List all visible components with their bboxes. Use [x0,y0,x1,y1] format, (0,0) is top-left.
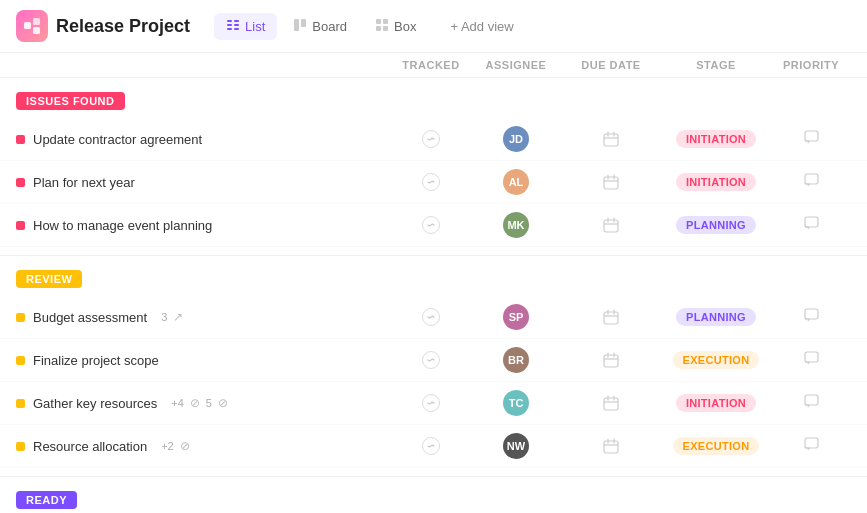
tracked-cell[interactable] [391,308,471,326]
priority-cell[interactable] [771,308,851,326]
svg-rect-45 [604,441,618,453]
stage-cell[interactable]: INITIATION [661,130,771,148]
assignee-cell[interactable]: BR [471,347,561,373]
svg-rect-12 [383,19,388,24]
due-date-cell[interactable] [561,436,661,456]
tab-box[interactable]: Box [363,13,428,40]
svg-rect-6 [234,20,239,22]
tracked-cell[interactable] [391,216,471,234]
svg-rect-15 [604,134,618,146]
task-name-cell: Resource allocation+2⊘ [16,439,391,454]
task-meta: +2⊘ [161,439,190,453]
col-duedate: DUE DATE [561,59,661,71]
tracked-cell[interactable] [391,437,471,455]
stage-badge: PLANNING [676,216,756,234]
svg-rect-10 [301,19,306,27]
group-badge-review[interactable]: REVIEW [16,270,82,288]
table-row[interactable]: Budget assessment3↗SPPLANNING [0,296,867,339]
table-row[interactable]: How to manage event planningMKPLANNING [0,204,867,247]
table-row[interactable]: Resource allocation+2⊘NWEXECUTION [0,425,867,468]
task-name-text: Update contractor agreement [33,132,202,147]
svg-rect-20 [604,177,618,189]
svg-rect-40 [604,398,618,410]
tracked-cell[interactable] [391,394,471,412]
due-date-cell[interactable] [561,129,661,149]
svg-rect-24 [805,174,818,184]
tab-board[interactable]: Board [281,13,359,40]
tracked-icon [422,173,440,191]
priority-cell[interactable] [771,394,851,412]
svg-rect-19 [805,131,818,141]
group-review: REVIEWBudget assessment3↗SPPLANNINGFinal… [0,256,867,477]
svg-rect-29 [805,217,818,227]
svg-rect-5 [227,28,232,30]
col-assignee: ASSIGNEE [471,59,561,71]
stage-badge: EXECUTION [673,351,760,369]
calendar-icon [601,172,621,192]
stage-cell[interactable]: PLANNING [661,308,771,326]
col-tracked: TRACKED [391,59,471,71]
stage-badge: EXECUTION [673,437,760,455]
tab-list[interactable]: List [214,13,277,40]
table-row[interactable]: Plan for next yearALINITIATION [0,161,867,204]
meta-icon: ⊘ [180,439,190,453]
table-row[interactable]: Gather key resources+4⊘5⊘TCINITIATION [0,382,867,425]
svg-rect-34 [805,309,818,319]
table-row[interactable]: Update contractor agreementJDINITIATION [0,118,867,161]
due-date-cell[interactable] [561,307,661,327]
stage-cell[interactable]: PLANNING [661,216,771,234]
tracked-cell[interactable] [391,351,471,369]
due-date-cell[interactable] [561,215,661,235]
assignee-cell[interactable]: NW [471,433,561,459]
task-name-cell: Update contractor agreement [16,132,391,147]
comment-icon [804,216,819,234]
stage-cell[interactable]: INITIATION [661,394,771,412]
group-badge-ready[interactable]: READY [16,491,77,509]
comment-icon [804,173,819,191]
meta-count: +4 [171,397,184,409]
due-date-cell[interactable] [561,393,661,413]
assignee-cell[interactable]: JD [471,126,561,152]
table-row[interactable]: Finalize project scopeBREXECUTION [0,339,867,382]
group-issues: ISSUES FOUNDUpdate contractor agreementJ… [0,78,867,256]
nav-tabs: List Board Box [214,13,428,40]
priority-cell[interactable] [771,351,851,369]
task-dot [16,442,25,451]
assignee-cell[interactable]: AL [471,169,561,195]
priority-cell[interactable] [771,173,851,191]
add-view-label: + Add view [450,19,513,34]
priority-cell[interactable] [771,437,851,455]
stage-cell[interactable]: EXECUTION [661,437,771,455]
meta-count: 5 [206,397,212,409]
add-view-button[interactable]: + Add view [440,14,523,39]
task-dot [16,399,25,408]
priority-cell[interactable] [771,130,851,148]
svg-rect-39 [805,352,818,362]
due-date-cell[interactable] [561,350,661,370]
task-name-text: Resource allocation [33,439,147,454]
svg-rect-1 [33,18,40,25]
comment-icon [804,308,819,326]
app-icon [16,10,48,42]
stage-badge: INITIATION [676,130,756,148]
due-date-cell[interactable] [561,172,661,192]
col-stage: STAGE [661,59,771,71]
task-dot [16,221,25,230]
stage-cell[interactable]: INITIATION [661,173,771,191]
group-badge-issues[interactable]: ISSUES FOUND [16,92,125,110]
table-body: ISSUES FOUNDUpdate contractor agreementJ… [0,78,867,513]
assignee-cell[interactable]: MK [471,212,561,238]
svg-rect-4 [227,24,232,26]
stage-cell[interactable]: EXECUTION [661,351,771,369]
task-name-text: How to manage event planning [33,218,212,233]
assignee-cell[interactable]: SP [471,304,561,330]
meta-icon: ↗ [173,310,183,324]
svg-rect-0 [24,22,31,29]
avatar: BR [503,347,529,373]
tracked-cell[interactable] [391,173,471,191]
tracked-cell[interactable] [391,130,471,148]
task-dot [16,356,25,365]
assignee-cell[interactable]: TC [471,390,561,416]
priority-cell[interactable] [771,216,851,234]
header: Release Project List [0,0,867,53]
